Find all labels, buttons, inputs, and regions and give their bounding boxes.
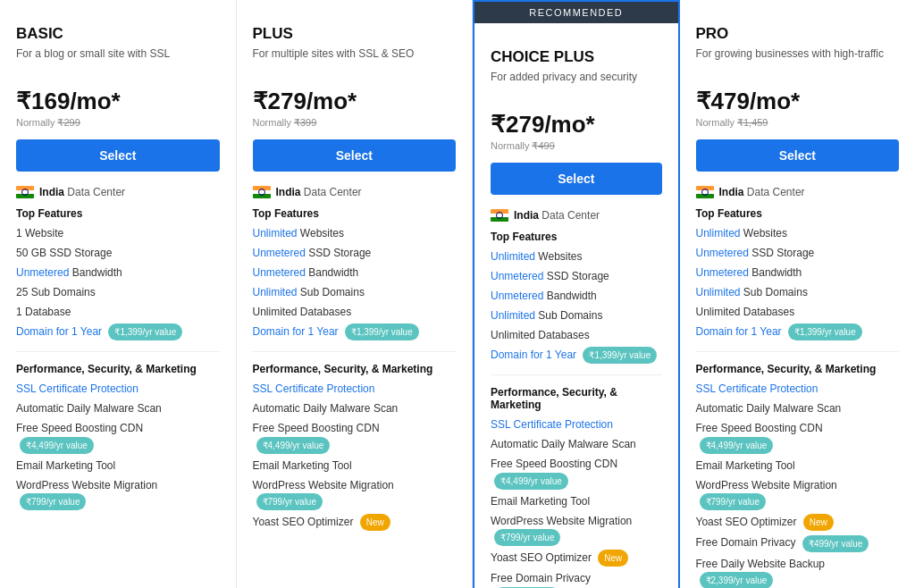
feature-link[interactable]: Domain for 1 Year <box>696 325 782 338</box>
india-flag-icon <box>16 186 34 198</box>
feature-item: Unmetered Bandwidth <box>696 265 900 281</box>
pricing-table: BASICFor a blog or small site with SSL₹1… <box>0 0 915 588</box>
sec-feature-badge: ₹4,499/yr value <box>700 437 774 454</box>
plan-normally: Normally ₹499 <box>491 140 662 152</box>
top-features-label: Top Features <box>696 207 900 220</box>
sec-feature-badge: ₹4,499/yr value <box>256 437 331 454</box>
plan-desc: For a blog or small site with SSL <box>16 46 220 79</box>
sec-feature-item: WordPress Website Migration ₹799/yr valu… <box>696 477 900 510</box>
feature-item: 1 Database <box>16 304 220 320</box>
data-center: India Data Center <box>16 186 220 198</box>
security-section-label: Performance, Security, & Marketing <box>491 386 662 411</box>
feature-link[interactable]: Unlimited <box>491 309 535 322</box>
select-button[interactable]: Select <box>16 139 220 172</box>
plan-name: BASIC <box>16 25 220 43</box>
feature-item: Unmetered Bandwidth <box>253 265 457 281</box>
feature-item: Unlimited Databases <box>491 327 662 343</box>
divider <box>16 351 220 352</box>
datacenter-label: India Data Center <box>39 186 125 198</box>
plan-col-pro: PROFor growing businesses with high-traf… <box>680 0 916 588</box>
recommended-badge: RECOMMENDED <box>474 2 678 23</box>
feature-link[interactable]: Unlimited <box>253 286 298 298</box>
top-features-label: Top Features <box>16 207 220 220</box>
feature-link[interactable]: Unmetered <box>253 247 306 259</box>
feature-link[interactable]: Unmetered <box>16 266 69 279</box>
plan-price: ₹479/mo* <box>696 88 900 115</box>
feature-item: Domain for 1 Year ₹1,399/yr value <box>253 323 457 340</box>
datacenter-label: India Data Center <box>719 186 805 198</box>
feature-item: Domain for 1 Year ₹1,399/yr value <box>696 323 900 340</box>
sec-feature-item: Yoast SEO Optimizer New <box>491 550 662 567</box>
feature-link[interactable]: Unmetered <box>491 290 543 302</box>
plan-normally: Normally ₹399 <box>253 117 457 129</box>
feature-item: Unlimited Sub Domains <box>253 284 457 300</box>
datacenter-label: India Data Center <box>276 186 362 198</box>
sec-feature-item: Email Marketing Tool <box>491 493 662 509</box>
sec-feature-item: SSL Certificate Protection <box>253 381 457 397</box>
feature-item: Domain for 1 Year ₹1,399/yr value <box>491 347 662 364</box>
feature-badge: ₹1,399/yr value <box>788 323 862 340</box>
feature-item: Unlimited Sub Domains <box>491 307 662 323</box>
feature-link[interactable]: Unlimited <box>253 227 298 239</box>
sec-feature-item: Free Speed Boosting CDN ₹4,499/yr value <box>696 420 900 453</box>
data-center: India Data Center <box>491 209 662 222</box>
sec-feature-badge: ₹2,399/yr value <box>700 572 774 588</box>
feature-item: 1 Website <box>16 225 220 241</box>
sec-feature-link[interactable]: SSL Certificate Protection <box>253 382 375 395</box>
feature-item: Unmetered Bandwidth <box>491 288 662 304</box>
select-button[interactable]: Select <box>491 163 662 195</box>
datacenter-label: India Data Center <box>514 209 600 222</box>
sec-feature-badge: ₹499/yr value <box>802 535 869 552</box>
sec-feature-badge: New <box>803 514 834 531</box>
sec-feature-badge: ₹4,499/yr value <box>494 473 568 490</box>
plan-name: PLUS <box>253 25 457 43</box>
feature-link[interactable]: Unlimited <box>491 250 535 263</box>
feature-badge: ₹1,399/yr value <box>345 323 419 340</box>
sec-feature-item: Email Marketing Tool <box>16 458 220 474</box>
sec-feature-badge: ₹4,499/yr value <box>20 437 94 454</box>
feature-badge: ₹1,399/yr value <box>108 323 182 340</box>
feature-link[interactable]: Domain for 1 Year <box>491 349 576 361</box>
feature-badge: ₹1,399/yr value <box>583 347 657 364</box>
sec-feature-badge: ₹799/yr value <box>20 493 86 510</box>
feature-item: Unlimited Websites <box>253 225 457 241</box>
security-section-label: Performance, Security, & Marketing <box>253 363 457 375</box>
plan-price: ₹279/mo* <box>253 88 457 115</box>
sec-feature-item: Automatic Daily Malware Scan <box>696 400 900 416</box>
sec-feature-item: Automatic Daily Malware Scan <box>16 400 220 416</box>
security-section-label: Performance, Security, & Marketing <box>696 363 900 375</box>
feature-link[interactable]: Unmetered <box>696 247 749 259</box>
feature-link[interactable]: Unlimited <box>696 286 741 298</box>
plan-price: ₹279/mo* <box>491 111 662 139</box>
feature-link[interactable]: Unmetered <box>253 266 306 279</box>
select-button[interactable]: Select <box>253 139 457 172</box>
feature-item: Unlimited Databases <box>696 304 900 320</box>
sec-feature-badge: ₹799/yr value <box>494 529 560 546</box>
feature-item: Unmetered SSD Storage <box>696 245 900 261</box>
feature-item: Unlimited Websites <box>696 225 900 241</box>
divider <box>253 351 457 352</box>
sec-feature-link[interactable]: SSL Certificate Protection <box>696 382 818 395</box>
plan-price: ₹169/mo* <box>16 88 220 115</box>
feature-link[interactable]: Domain for 1 Year <box>16 325 102 338</box>
sec-feature-item: WordPress Website Migration ₹799/yr valu… <box>253 477 457 510</box>
feature-item: Domain for 1 Year ₹1,399/yr value <box>16 323 220 340</box>
sec-feature-badge: New <box>360 514 390 531</box>
sec-feature-link[interactable]: SSL Certificate Protection <box>16 382 139 395</box>
sec-feature-badge: ₹799/yr value <box>700 493 766 510</box>
divider <box>696 351 900 352</box>
feature-link[interactable]: Unmetered <box>696 266 749 279</box>
top-features-label: Top Features <box>253 207 457 220</box>
india-flag-icon <box>491 209 508 222</box>
feature-link[interactable]: Domain for 1 Year <box>253 325 339 338</box>
sec-feature-item: Automatic Daily Malware Scan <box>491 436 662 452</box>
security-section-label: Performance, Security, & Marketing <box>16 363 220 375</box>
data-center: India Data Center <box>696 186 900 198</box>
feature-link[interactable]: Unmetered <box>491 270 543 282</box>
feature-link[interactable]: Unlimited <box>696 227 741 239</box>
sec-feature-item: Free Speed Boosting CDN ₹4,499/yr value <box>16 420 220 453</box>
select-button[interactable]: Select <box>696 139 900 172</box>
feature-item: Unlimited Websites <box>491 248 662 265</box>
sec-feature-link[interactable]: SSL Certificate Protection <box>491 418 613 431</box>
sec-feature-item: WordPress Website Migration ₹799/yr valu… <box>16 477 220 510</box>
